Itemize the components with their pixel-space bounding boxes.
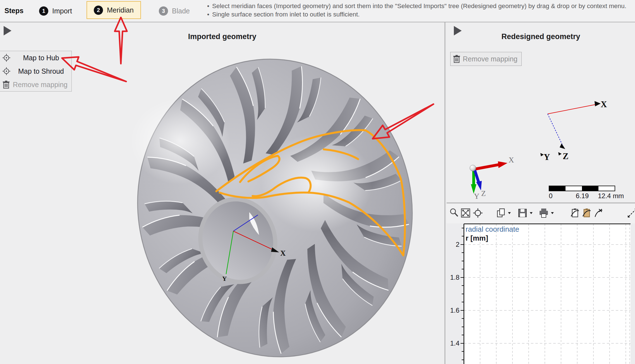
map-to-hub-label: Map to Hub (13, 54, 69, 62)
resize-diagonal-icon[interactable] (627, 207, 635, 219)
triad-label-z: Z (481, 189, 486, 198)
save-icon[interactable] (517, 207, 528, 219)
save-dropdown-icon[interactable] (529, 207, 533, 219)
step-label: Import (52, 7, 72, 15)
remove-mapping-label-right: Remove mapping (463, 55, 517, 63)
trash-icon (453, 55, 461, 63)
copy-curve-icon[interactable] (569, 207, 581, 219)
chart-title: radial coordinate (466, 225, 519, 233)
y-tick-label: 1.8 (450, 274, 459, 281)
wireframe-axes: X Z Y (540, 99, 607, 162)
map-to-shroud-label: Map to Shroud (13, 67, 69, 75)
chart-canvas: 2 1.8 1.6 1.4 radial coordinate r [mm] (447, 223, 635, 364)
scale-bar-zero: 0 (549, 192, 552, 200)
remove-mapping-label-left: Remove mapping (13, 81, 69, 89)
application-window: Steps 1 Import 2 Meridian 3 Blade •Selec… (0, 0, 635, 364)
copy-dropdown-icon[interactable] (507, 207, 511, 219)
remove-mapping-button-left[interactable]: Remove mapping (0, 78, 71, 91)
orientation-triad: X Y Z (470, 156, 514, 200)
steps-heading: Steps (4, 7, 23, 15)
instruction-line-1: Select meridian faces (Imported geometry… (212, 3, 626, 9)
mapping-toolbar: Map to Hub Map to Shroud Remove mapping (0, 51, 72, 92)
triad-label-x: X (509, 156, 514, 164)
y-tick-label: 2 (456, 241, 459, 248)
map-to-shroud-button[interactable]: Map to Shroud (0, 64, 71, 78)
y-tick-label: 1.4 (450, 339, 459, 347)
wire-axis-label-x: X (601, 99, 607, 109)
step-tab-blade[interactable]: 3 Blade (159, 0, 190, 22)
step-number-badge: 1 (39, 6, 48, 16)
crosshair-icon[interactable] (472, 207, 483, 219)
instructions-text: •Select meridian faces (Imported geometr… (207, 2, 635, 20)
page-title-imported: Imported geometry (0, 32, 444, 41)
paste-curve-icon[interactable] (581, 207, 592, 219)
fit-view-icon[interactable] (460, 207, 471, 219)
crosshair-icon (2, 67, 11, 75)
imported-geometry-viewport[interactable]: Imported geometry Map to Hub Map to Shro… (0, 22, 445, 364)
chart-ylabel: r [mm] (466, 234, 488, 242)
step-label: Meridian (107, 6, 134, 14)
triad-label-y: Y (474, 192, 480, 200)
redesigned-3d-scene: X Z Y X Y Z (447, 67, 635, 202)
trash-icon (2, 80, 10, 89)
wire-axis-label-z: Z (563, 151, 569, 161)
step-number-badge: 2 (94, 6, 103, 15)
y-tick-label: 1.6 (450, 306, 459, 314)
steps-bar: Steps 1 Import 2 Meridian 3 Blade •Selec… (0, 0, 635, 22)
step-number-badge: 3 (159, 6, 168, 16)
step-tab-meridian-active[interactable]: 2 Meridian (87, 1, 141, 19)
map-to-hub-button[interactable]: Map to Hub (0, 51, 71, 64)
meridian-chart[interactable]: 2 1.8 1.6 1.4 radial coordinate r [mm] (447, 223, 635, 364)
meridian-chart-panel: 2 1.8 1.6 1.4 radial coordinate r [mm] (447, 203, 635, 364)
crosshair-icon (2, 54, 11, 62)
wire-axis-label-y: Y (544, 152, 550, 162)
print-dropdown-icon[interactable] (550, 207, 554, 219)
scale-bar-max: 12.4 mm (598, 192, 624, 200)
scale-bar: 0 6.19 12.4 mm (549, 186, 624, 200)
print-icon[interactable] (538, 207, 549, 219)
instruction-line-2: Single surface section from inlet to out… (212, 11, 360, 18)
step-tab-import[interactable]: 1 Import (39, 0, 72, 22)
redesigned-geometry-viewport[interactable]: Redesigned geometry Remove mapping (447, 22, 635, 203)
page-title-redesigned: Redesigned geometry (447, 32, 635, 41)
zoom-icon[interactable] (449, 207, 460, 219)
copy-icon[interactable] (495, 207, 507, 219)
scale-bar-mid: 6.19 (576, 192, 589, 200)
bullet-icon: • (207, 11, 209, 18)
remove-mapping-button-right[interactable]: Remove mapping (450, 52, 522, 66)
step-label: Blade (172, 7, 190, 15)
remove-curve-icon[interactable] (593, 207, 604, 219)
bullet-icon: • (207, 3, 209, 9)
